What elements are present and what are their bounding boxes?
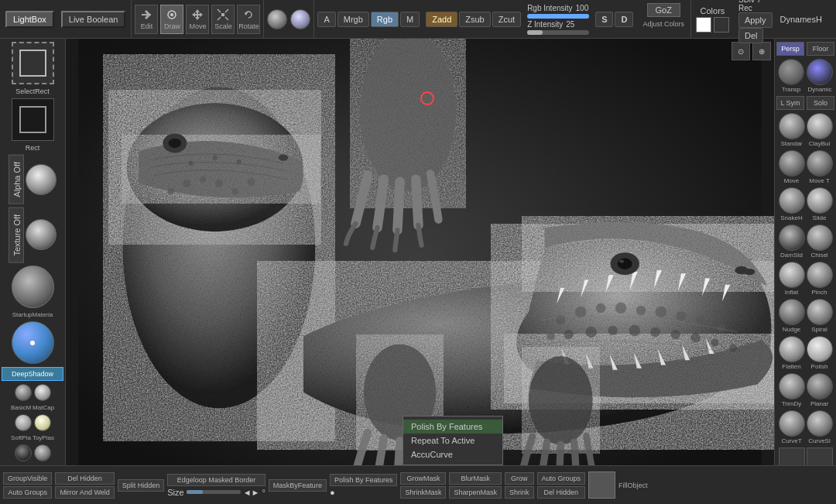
svg-line-8 bbox=[218, 17, 221, 20]
curvesi-brush[interactable] bbox=[807, 410, 833, 437]
rgb-button[interactable]: Rgb bbox=[371, 12, 399, 27]
render-mode-group: A Mrgb Rgb M bbox=[314, 12, 423, 27]
zcut-button[interactable]: Zcut bbox=[492, 12, 521, 27]
group-visible-button[interactable]: GroupVisible bbox=[3, 472, 52, 485]
brush-curvet-curvesi: CurveT CurveSl bbox=[779, 410, 833, 444]
auto-groups-button[interactable]: Auto Groups bbox=[3, 486, 52, 499]
draw-tool[interactable]: Draw bbox=[160, 5, 183, 34]
solo-button[interactable]: Solo bbox=[807, 96, 834, 110]
mask-by-feature-button[interactable]: MaskByFeature bbox=[269, 479, 327, 492]
live-boolean-button[interactable]: Live Boolean bbox=[61, 11, 126, 28]
startup-material-sphere[interactable] bbox=[12, 266, 54, 308]
rect-preview[interactable] bbox=[12, 98, 54, 141]
split-hidden-button[interactable]: Split Hidden bbox=[118, 479, 165, 492]
edgeloop-button[interactable]: Edgeloop Masked Border bbox=[167, 474, 266, 486]
sharpen-mask-button[interactable]: SharpenMask bbox=[449, 486, 502, 499]
trimdy-brush[interactable] bbox=[779, 373, 805, 399]
flatten-col: Flatten bbox=[779, 336, 805, 370]
edit-tool[interactable]: Edit bbox=[135, 5, 158, 34]
d-button[interactable]: D bbox=[615, 12, 633, 27]
claybui-brush[interactable] bbox=[807, 113, 833, 139]
canvas-icon-1[interactable]: ⊙ bbox=[732, 42, 750, 60]
movet-brush[interactable] bbox=[807, 150, 833, 177]
del-hidden-button[interactable]: Del Hidden bbox=[55, 472, 114, 485]
fill-object-box[interactable] bbox=[588, 471, 615, 499]
pinch-brush[interactable] bbox=[807, 262, 833, 288]
claybui-label: ClayBui bbox=[809, 140, 831, 147]
mirror-weld-button[interactable]: Mirror And Weld bbox=[55, 486, 114, 499]
dynamic-sphere[interactable] bbox=[807, 59, 833, 85]
transp-sphere[interactable] bbox=[778, 59, 804, 85]
snakeh-label: SnakeH bbox=[780, 214, 802, 221]
3d-viewport[interactable] bbox=[66, 39, 774, 481]
zsub-button[interactable]: Zsub bbox=[459, 12, 490, 27]
move-tool[interactable]: Move bbox=[186, 5, 209, 34]
softpla-sphere[interactable] bbox=[15, 414, 32, 431]
alpha-sphere[interactable] bbox=[26, 164, 57, 195]
z-intensity-slider[interactable] bbox=[527, 30, 589, 35]
floor-button[interactable]: Floor bbox=[807, 42, 834, 56]
rgb-intensity-slider[interactable] bbox=[527, 14, 589, 19]
lightbox-button[interactable]: LightBox bbox=[5, 11, 54, 28]
move-label: Move bbox=[784, 177, 800, 184]
canvas-icon-2[interactable]: ⊕ bbox=[752, 42, 771, 60]
apply-button[interactable]: Apply bbox=[738, 12, 773, 28]
grow-mask-button[interactable]: GrowMask bbox=[400, 472, 446, 485]
select-rect-icon[interactable] bbox=[12, 42, 54, 84]
rgb-intensity-value: 100 bbox=[576, 4, 589, 12]
s-button[interactable]: S bbox=[595, 12, 613, 27]
curvet-brush[interactable] bbox=[779, 410, 805, 437]
matcap-sphere[interactable] bbox=[34, 384, 51, 401]
lsym-button[interactable]: L Sym bbox=[776, 96, 804, 110]
damstd-brush[interactable] bbox=[779, 225, 805, 251]
texture-off-label[interactable]: Texture Off bbox=[9, 207, 24, 263]
sphere-view-icon[interactable] bbox=[267, 9, 287, 29]
mrgb-button[interactable]: Mrgb bbox=[337, 12, 369, 27]
matcap-view-icon[interactable] bbox=[290, 9, 310, 29]
alpha-section: Alpha Off bbox=[9, 155, 57, 204]
move-brush[interactable] bbox=[779, 150, 805, 177]
nudge-brush[interactable] bbox=[779, 299, 805, 325]
blur-mask-button[interactable]: BlurMask bbox=[449, 472, 502, 485]
dd-polish-features[interactable]: Polish By Features bbox=[403, 420, 502, 434]
texture-sphere[interactable] bbox=[26, 219, 57, 250]
foreground-color[interactable] bbox=[696, 17, 711, 33]
transp-label: Transp bbox=[782, 86, 801, 93]
inflat-brush[interactable] bbox=[779, 262, 805, 288]
planar-brush[interactable] bbox=[807, 373, 833, 399]
toyplas-sphere[interactable] bbox=[34, 414, 51, 431]
persp-button[interactable]: Persp bbox=[776, 42, 804, 56]
color-mat-sphere[interactable] bbox=[12, 321, 54, 364]
size-slider[interactable] bbox=[187, 490, 241, 494]
alpha-off-label[interactable]: Alpha Off bbox=[9, 155, 24, 204]
polish-features-button[interactable]: Polish By Features bbox=[330, 474, 398, 486]
del-hidden-btn2[interactable]: Del Hidden bbox=[537, 486, 586, 499]
snakeh-brush[interactable] bbox=[779, 187, 805, 214]
scale-tool[interactable]: Scale bbox=[211, 5, 235, 34]
inflat-label: Inflat bbox=[785, 289, 798, 296]
polish-brush[interactable] bbox=[807, 336, 833, 362]
dd-repeat-active[interactable]: Repeat To Active bbox=[403, 434, 502, 447]
shrink-mask-button[interactable]: ShrinkMask bbox=[400, 486, 446, 499]
slide-brush[interactable] bbox=[807, 187, 833, 214]
flatten-brush[interactable] bbox=[779, 336, 805, 362]
m-button[interactable]: M bbox=[400, 12, 420, 27]
a-button[interactable]: A bbox=[317, 12, 335, 27]
spiral-brush[interactable] bbox=[807, 299, 833, 325]
background-color[interactable] bbox=[714, 17, 729, 33]
skinsh-sphere[interactable] bbox=[15, 444, 32, 461]
auto-groups-btn2[interactable]: Auto Groups bbox=[537, 472, 586, 485]
basicm-sphere[interactable] bbox=[15, 384, 32, 401]
del-button[interactable]: Del bbox=[738, 28, 764, 43]
deep-shadow-button[interactable]: DeepShadow bbox=[2, 367, 63, 381]
flatco-sphere[interactable] bbox=[34, 444, 51, 461]
zadd-button[interactable]: Zadd bbox=[426, 12, 457, 27]
chisel-brush[interactable] bbox=[807, 225, 833, 251]
shrink-button[interactable]: Shrink bbox=[505, 486, 534, 499]
dd-accu-curve[interactable]: AccuCurve bbox=[403, 447, 502, 461]
grow-button[interactable]: Grow bbox=[505, 472, 534, 485]
standar-brush[interactable] bbox=[779, 113, 805, 139]
rotate-tool[interactable]: Rotate bbox=[237, 5, 260, 34]
canvas-area[interactable]: ⊙ ⊕ bbox=[66, 39, 774, 481]
goz-button[interactable]: GoZ bbox=[647, 3, 680, 17]
